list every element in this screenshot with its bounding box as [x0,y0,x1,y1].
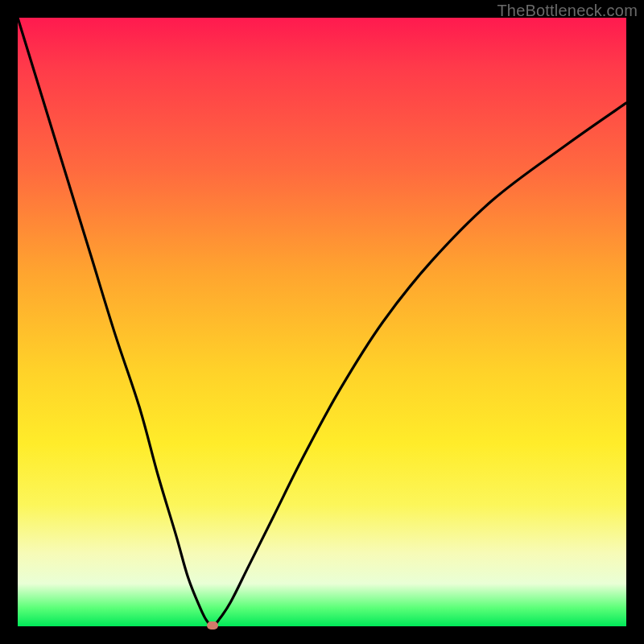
bottleneck-curve [18,18,626,626]
chart-frame: TheBottleneck.com [0,0,644,644]
optimal-point-marker [207,621,218,630]
plot-area [18,18,626,626]
watermark-text: TheBottleneck.com [497,2,638,20]
